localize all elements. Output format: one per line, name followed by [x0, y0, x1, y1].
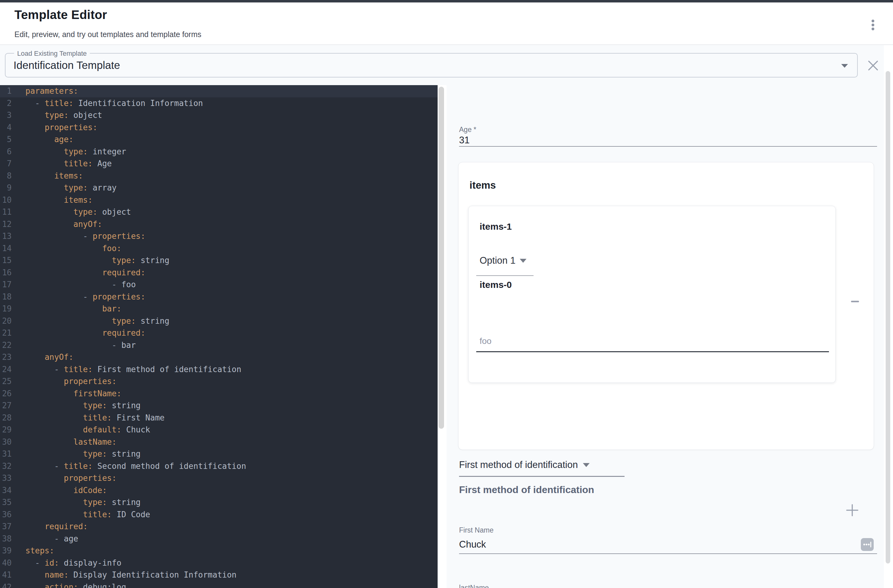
- remove-item-button[interactable]: [848, 294, 862, 309]
- last-name-label: lastName: [459, 584, 489, 588]
- code-line[interactable]: 26 firstName:: [0, 388, 437, 400]
- page-scrollbar-thumb[interactable]: [885, 71, 890, 564]
- kebab-menu-icon[interactable]: [865, 17, 880, 34]
- load-template-select[interactable]: Load Existing Template Identification Te…: [5, 53, 858, 78]
- line-number: 38: [0, 533, 12, 545]
- code-line[interactable]: 23 anyOf:: [0, 351, 437, 363]
- line-number: 20: [0, 315, 12, 327]
- method-select-underline: [459, 476, 625, 477]
- code-line[interactable]: 5 age:: [0, 134, 437, 146]
- code-line[interactable]: 17 - foo: [0, 279, 437, 291]
- line-number: 13: [0, 230, 12, 243]
- code-line[interactable]: 14 foo:: [0, 243, 437, 255]
- page-scroll-track: [884, 45, 893, 588]
- code-line[interactable]: 27 type: string: [0, 400, 437, 412]
- line-number: 10: [0, 194, 12, 206]
- variant-select-value: Option 1: [480, 255, 516, 266]
- line-number: 33: [0, 472, 12, 484]
- method-select[interactable]: First method of identification: [459, 459, 589, 470]
- code-line[interactable]: 31 type: string: [0, 448, 437, 460]
- line-number: 3: [0, 110, 12, 122]
- clear-template-button[interactable]: [867, 59, 879, 72]
- code-line[interactable]: 39steps:: [0, 545, 437, 557]
- code-line[interactable]: 41 name: Display Identification Informat…: [0, 569, 437, 581]
- code-line[interactable]: 35 type: string: [0, 496, 437, 508]
- foo-input[interactable]: [476, 333, 829, 348]
- code-line[interactable]: 28 title: First Name: [0, 412, 437, 424]
- code-line[interactable]: 24 - title: First method of identificati…: [0, 363, 437, 376]
- code-line-content: anyOf:: [12, 218, 102, 231]
- age-input[interactable]: 31: [459, 135, 857, 146]
- foo-input-label: foo: [480, 336, 492, 346]
- code-line[interactable]: 6 type: integer: [0, 146, 437, 158]
- code-line[interactable]: 12 anyOf:: [0, 218, 437, 231]
- code-line-content: items:: [12, 170, 83, 182]
- line-number: 9: [0, 182, 12, 194]
- code-line[interactable]: 30 lastName:: [0, 436, 437, 448]
- code-line-content: parameters:: [12, 85, 78, 98]
- code-line[interactable]: 19 bar:: [0, 303, 437, 315]
- first-name-label: First Name: [459, 526, 493, 534]
- code-line[interactable]: 2 - title: Identification Information: [0, 98, 437, 110]
- code-line[interactable]: 3 type: object: [0, 110, 437, 122]
- code-line[interactable]: 25 properties:: [0, 375, 437, 388]
- code-line[interactable]: 21 required:: [0, 327, 437, 339]
- code-lines: 1parameters:2 - title: Identification In…: [0, 85, 437, 588]
- variant-select[interactable]: Option 1: [480, 255, 526, 266]
- line-number: 24: [0, 363, 12, 376]
- code-line[interactable]: 18 - properties:: [0, 291, 437, 303]
- code-line[interactable]: 38 - age: [0, 533, 437, 545]
- close-icon: [867, 59, 879, 72]
- line-number: 2: [0, 98, 12, 110]
- code-line-content: - properties:: [12, 230, 145, 243]
- first-name-input[interactable]: Chuck: [459, 539, 842, 550]
- code-line-content: bar:: [12, 303, 121, 315]
- code-line[interactable]: 36 title: ID Code: [0, 508, 437, 521]
- line-number: 18: [0, 291, 12, 303]
- code-line-content: firstName:: [12, 388, 121, 400]
- line-number: 14: [0, 243, 12, 255]
- line-number: 15: [0, 255, 12, 267]
- line-number: 30: [0, 436, 12, 448]
- code-line-content: foo:: [12, 243, 121, 255]
- code-line[interactable]: 1parameters:: [0, 85, 437, 98]
- code-line[interactable]: 40 - id: display-info: [0, 557, 437, 569]
- line-number: 42: [0, 581, 12, 588]
- code-line[interactable]: 42 action: debug:log: [0, 581, 437, 588]
- code-line[interactable]: 9 type: array: [0, 182, 437, 194]
- code-line[interactable]: 13 - properties:: [0, 230, 437, 243]
- code-line-content: action: debug:log: [12, 581, 126, 588]
- code-line-content: type: object: [12, 206, 131, 218]
- plus-icon: [845, 503, 860, 518]
- code-line[interactable]: 34 idCode:: [0, 484, 437, 497]
- code-line[interactable]: 15 type: string: [0, 255, 437, 267]
- code-line[interactable]: 7 title: Age: [0, 158, 437, 170]
- code-line[interactable]: 32 - title: Second method of identificat…: [0, 460, 437, 472]
- code-line-content: - id: display-info: [12, 557, 121, 569]
- code-line[interactable]: 22 - bar: [0, 339, 437, 352]
- code-line-content: title: First Name: [12, 412, 165, 424]
- code-line[interactable]: 33 properties:: [0, 472, 437, 484]
- code-line[interactable]: 8 items:: [0, 170, 437, 182]
- line-number: 1: [0, 85, 12, 98]
- autofill-icon[interactable]: [861, 538, 874, 551]
- items-card-title: items: [469, 180, 496, 191]
- line-number: 40: [0, 557, 12, 569]
- code-line-content: required:: [12, 267, 145, 279]
- code-line-content: - title: First method of identification: [12, 363, 241, 376]
- editor-scrollbar-thumb[interactable]: [439, 87, 444, 429]
- code-line[interactable]: 16 required:: [0, 267, 437, 279]
- code-line-content: - properties:: [12, 291, 145, 303]
- code-line[interactable]: 10 items:: [0, 194, 437, 206]
- minus-icon: [851, 301, 859, 302]
- line-number: 19: [0, 303, 12, 315]
- code-line-content: type: string: [12, 255, 170, 267]
- code-line[interactable]: 4 properties:: [0, 122, 437, 134]
- code-line[interactable]: 11 type: object: [0, 206, 437, 218]
- code-line[interactable]: 37 required:: [0, 520, 437, 533]
- yaml-code-editor[interactable]: 1parameters:2 - title: Identification In…: [0, 85, 437, 588]
- code-line[interactable]: 20 type: string: [0, 315, 437, 327]
- add-item-button[interactable]: [845, 503, 860, 518]
- load-template-label: Load Existing Template: [14, 50, 90, 58]
- code-line[interactable]: 29 default: Chuck: [0, 424, 437, 436]
